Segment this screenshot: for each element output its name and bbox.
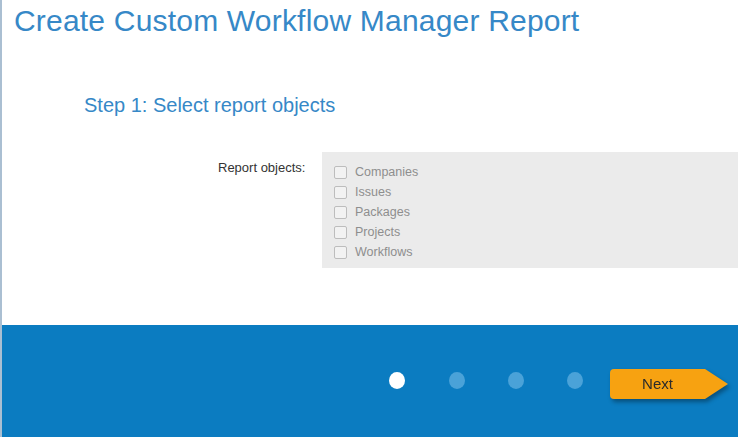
report-objects-list: Companies Issues Packages Projects Workf… (322, 152, 738, 268)
step-indicator-dot-1-active (389, 372, 405, 389)
report-object-option-companies[interactable]: Companies (334, 162, 738, 182)
step-indicator-dot-2 (449, 372, 465, 389)
wizard-window: Create Custom Workflow Manager Report St… (0, 0, 738, 437)
report-objects-label: Report objects: (218, 160, 305, 175)
option-label: Companies (355, 165, 418, 179)
option-label: Packages (355, 205, 410, 219)
checkbox-projects[interactable] (334, 226, 347, 239)
step-heading: Step 1: Select report objects (84, 94, 335, 117)
checkbox-issues[interactable] (334, 186, 347, 199)
checkbox-companies[interactable] (334, 166, 347, 179)
report-object-option-workflows[interactable]: Workflows (334, 242, 738, 262)
next-button-label[interactable]: Next (610, 369, 705, 399)
step-indicator-dot-4 (567, 372, 583, 389)
option-label: Projects (355, 225, 400, 239)
report-object-option-projects[interactable]: Projects (334, 222, 738, 242)
option-label: Issues (355, 185, 391, 199)
checkbox-packages[interactable] (334, 206, 347, 219)
next-button-arrow-icon (705, 369, 728, 399)
checkbox-workflows[interactable] (334, 246, 347, 259)
report-object-option-issues[interactable]: Issues (334, 182, 738, 202)
step-indicator-dot-3 (508, 372, 524, 389)
option-label: Workflows (355, 245, 412, 259)
page-title: Create Custom Workflow Manager Report (14, 4, 579, 38)
wizard-footer: Next (2, 325, 738, 437)
report-object-option-packages[interactable]: Packages (334, 202, 738, 222)
